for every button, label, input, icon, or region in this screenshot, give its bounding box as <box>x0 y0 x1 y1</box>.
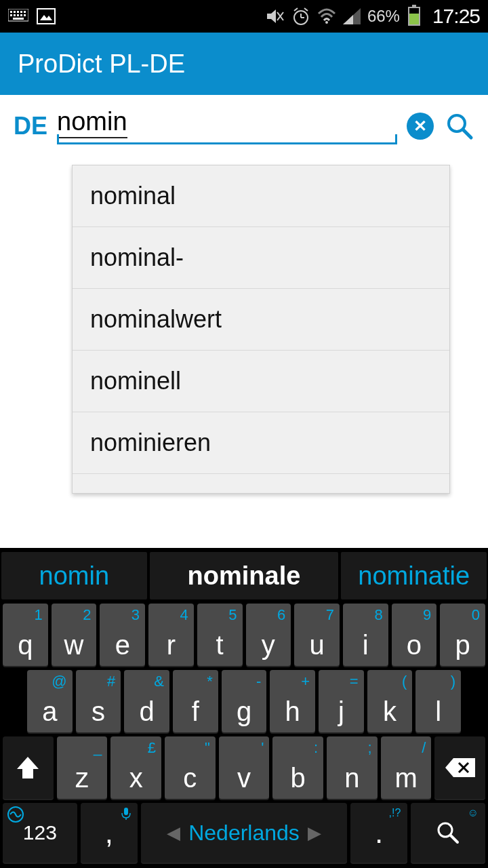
svg-line-20 <box>294 8 298 11</box>
chevron-right-icon: ▶ <box>308 823 321 844</box>
numeric-key[interactable]: 123 <box>3 803 77 863</box>
key-q[interactable]: 1q <box>3 604 48 666</box>
key-m[interactable]: /m <box>381 736 432 799</box>
key-a[interactable]: @a <box>27 670 73 732</box>
svg-rect-6 <box>10 14 12 16</box>
key-row-4: 123 , ◀ Nederlands ▶ ,!? . ☺ <box>0 803 488 868</box>
wifi-icon <box>317 8 336 24</box>
key-k[interactable]: (k <box>367 670 413 732</box>
key-u[interactable]: 7u <box>294 604 340 666</box>
svg-line-26 <box>463 130 471 138</box>
shift-key[interactable] <box>3 736 54 799</box>
prediction-center[interactable]: nominale <box>150 552 339 599</box>
svg-marker-13 <box>40 15 52 20</box>
key-v[interactable]: 'v <box>219 736 270 799</box>
key-i[interactable]: 8i <box>343 604 388 666</box>
key-x[interactable]: £x <box>110 736 161 799</box>
key-t[interactable]: 5t <box>197 604 243 666</box>
svg-rect-11 <box>13 18 24 20</box>
signal-icon <box>343 8 361 24</box>
search-input-wrap[interactable]: nomin <box>57 107 397 144</box>
svg-marker-28 <box>445 758 475 777</box>
search-button[interactable] <box>443 110 476 142</box>
search-icon <box>436 821 460 845</box>
svg-rect-32 <box>124 808 128 815</box>
key-l[interactable]: )l <box>415 670 461 732</box>
svg-rect-2 <box>14 11 16 13</box>
clock: 17:25 <box>432 5 480 28</box>
key-y[interactable]: 6y <box>246 604 291 666</box>
key-j[interactable]: =j <box>319 670 364 732</box>
key-s[interactable]: #s <box>76 670 121 732</box>
svg-rect-4 <box>20 11 22 13</box>
chevron-left-icon: ◀ <box>167 823 180 844</box>
suggestion-item[interactable]: nominal <box>73 165 449 227</box>
svg-rect-7 <box>14 14 16 16</box>
suggestion-item-partial[interactable] <box>73 474 449 493</box>
key-d[interactable]: &d <box>124 670 169 732</box>
suggestion-item[interactable]: nominieren <box>73 412 449 474</box>
swype-icon <box>7 806 24 823</box>
period-key[interactable]: ,!? . <box>350 803 407 863</box>
key-c[interactable]: "c <box>165 736 216 799</box>
svg-rect-9 <box>20 14 22 16</box>
key-z[interactable]: _z <box>57 736 108 799</box>
key-row-2: @a#s&d*f-g+h=j(k)l <box>0 670 488 736</box>
status-bar: 66% 17:25 <box>0 0 488 33</box>
app-title: ProDict PL-DE <box>18 50 185 79</box>
svg-line-35 <box>451 835 458 842</box>
app-header: ProDict PL-DE <box>0 33 488 95</box>
key-n[interactable]: ;n <box>327 736 378 799</box>
smiley-icon: ☺ <box>468 807 479 819</box>
battery-icon <box>408 7 420 26</box>
svg-marker-14 <box>267 9 276 23</box>
key-o[interactable]: 9o <box>392 604 437 666</box>
key-p[interactable]: 0p <box>440 604 485 666</box>
suggestions-dropdown: nominal nominal- nominalwert nominell no… <box>72 165 450 494</box>
search-key[interactable]: ☺ <box>411 803 485 863</box>
shift-icon <box>14 755 41 780</box>
close-icon: ✕ <box>413 117 427 136</box>
battery-percentage: 66% <box>367 7 400 26</box>
svg-rect-3 <box>17 11 19 13</box>
key-h[interactable]: +h <box>270 670 315 732</box>
search-input[interactable]: nomin <box>57 107 127 138</box>
alarm-icon <box>291 7 310 26</box>
svg-rect-1 <box>10 11 12 13</box>
svg-rect-8 <box>17 14 19 16</box>
mic-icon <box>121 807 131 821</box>
backspace-key[interactable] <box>434 736 485 799</box>
key-f[interactable]: *f <box>173 670 218 732</box>
clear-button[interactable]: ✕ <box>407 113 434 140</box>
svg-rect-12 <box>37 9 55 24</box>
language-toggle[interactable]: DE <box>14 112 47 140</box>
key-b[interactable]: :b <box>272 736 323 799</box>
keyboard: nomin nominale nominatie 1q2w3e4r5t6y7u8… <box>0 548 488 868</box>
svg-line-21 <box>304 8 308 11</box>
key-row-1: 1q2w3e4r5t6y7u8i9o0p <box>0 604 488 670</box>
key-w[interactable]: 2w <box>52 604 97 666</box>
svg-marker-24 <box>343 15 353 24</box>
search-icon <box>445 112 474 140</box>
comma-key[interactable]: , <box>81 803 138 863</box>
space-key[interactable]: ◀ Nederlands ▶ <box>141 803 347 863</box>
svg-rect-10 <box>24 14 26 16</box>
svg-rect-5 <box>24 11 26 13</box>
search-row: DE nomin ✕ <box>0 95 488 150</box>
suggestion-item[interactable]: nominal- <box>73 227 449 289</box>
key-row-3: _z£x"c'v:b;n/m <box>0 736 488 803</box>
image-icon <box>37 8 56 24</box>
suggestion-item[interactable]: nominalwert <box>73 289 449 351</box>
prediction-row: nomin nominale nominatie <box>0 551 488 604</box>
key-g[interactable]: -g <box>222 670 267 732</box>
mute-icon <box>266 7 285 25</box>
key-e[interactable]: 3e <box>100 604 145 666</box>
keyboard-icon <box>8 9 28 24</box>
key-r[interactable]: 4r <box>148 604 194 666</box>
suggestion-item[interactable]: nominell <box>73 351 449 412</box>
svg-marker-27 <box>17 757 39 778</box>
prediction-left[interactable]: nomin <box>1 552 147 599</box>
prediction-right[interactable]: nominatie <box>341 552 487 599</box>
svg-point-22 <box>325 21 328 24</box>
backspace-icon <box>444 757 476 778</box>
